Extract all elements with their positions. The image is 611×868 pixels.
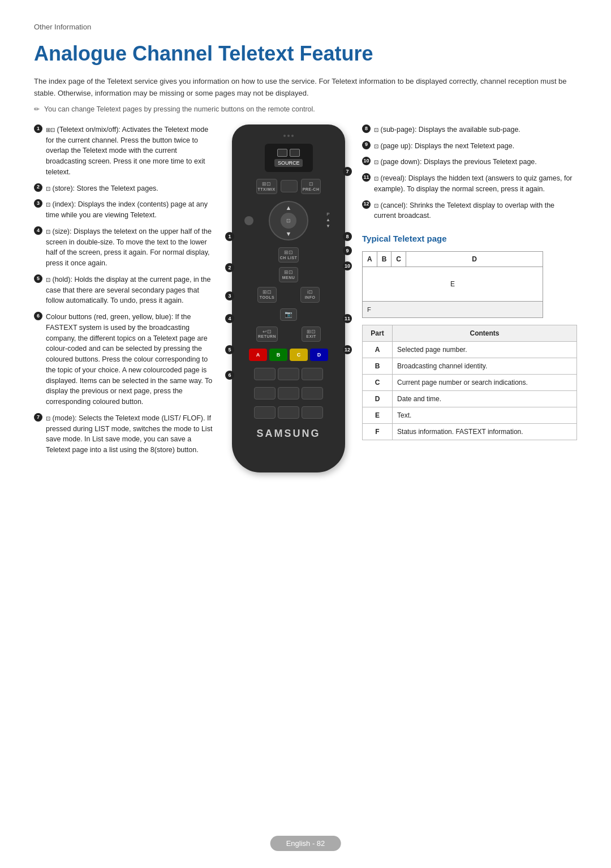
right-column: 8 ⊡ (sub-page): Displays the available s… <box>362 124 577 440</box>
table-row: C Current page number or search indicati… <box>363 375 577 391</box>
return-exit-row: ↩⊡ RETURN ⊞⊡ EXIT <box>239 326 338 342</box>
tools-label: TOOLS <box>260 295 274 300</box>
teletext-section-title: Typical Teletext page <box>362 233 577 246</box>
nav-circle[interactable]: ▲ ⊡ ▼ <box>269 201 308 240</box>
right-item-list: 8 ⊡ (sub-page): Displays the available s… <box>362 124 577 221</box>
exit-button[interactable]: ⊞⊡ EXIT <box>302 326 321 342</box>
callout-5: 5 <box>225 345 234 354</box>
item-text: Colour buttons (red, green, yellow, blue… <box>46 312 215 407</box>
return-button[interactable]: ↩⊡ RETURN <box>256 326 278 342</box>
numpad-btn[interactable] <box>254 406 276 419</box>
list-item: 1 ⊞⊡ (Teletext on/mix/off): Activates th… <box>34 124 215 178</box>
numpad-btn[interactable] <box>278 406 299 419</box>
exit-label: EXIT <box>306 334 316 339</box>
numpad-btn[interactable] <box>302 406 323 419</box>
spacer <box>280 289 297 301</box>
item-text: ⊡ (page down): Displays the previous Tel… <box>374 157 537 167</box>
numpad-btn[interactable] <box>278 387 299 399</box>
table-cell-part: A <box>363 342 393 358</box>
ch-icon: ⊡ <box>286 218 291 224</box>
photo-button[interactable]: 📷 <box>280 308 297 321</box>
item-number: 6 <box>34 312 42 320</box>
item-text: ⊡ (store): Stores the Teletext pages. <box>46 183 158 194</box>
ttxmix-icon: ⊞⊡ <box>262 181 271 187</box>
info-icon: i⊡ <box>307 289 313 295</box>
teletext-cell-d: D <box>406 252 543 267</box>
numpad-row2 <box>239 387 338 399</box>
callout-7: 7 <box>343 167 352 176</box>
color-button-d[interactable]: D <box>310 349 328 361</box>
callout-11: 11 <box>343 314 352 323</box>
callout-1: 1 <box>225 232 234 241</box>
list-item: 3 ⊡ (index): Displays the index (content… <box>34 199 215 221</box>
breadcrumb: Other Information <box>34 23 577 31</box>
color-button-b[interactable]: B <box>269 349 287 361</box>
callout-8: 8 <box>343 232 352 241</box>
ttx-prech-row: ⊞⊡ TTX/MIX ⊡ PRE-CH <box>239 179 338 194</box>
remote-control: SOURCE ⊞⊡ TTX/MIX ⊡ PRE-CH <box>232 124 345 472</box>
samsung-logo: SAMSUNG <box>256 428 320 440</box>
numpad-btn[interactable] <box>254 387 276 399</box>
item-number: 8 <box>362 124 371 133</box>
chlist-button[interactable]: ⊞⊡ CH LIST <box>278 247 299 263</box>
numpad-btn[interactable] <box>302 368 323 380</box>
item-text: ⊡ (index): Displays the index (contents)… <box>46 199 215 221</box>
note-text: You can change Teletext pages by pressin… <box>34 105 577 113</box>
info-button[interactable]: i⊡ INFO <box>300 287 320 302</box>
tools-icon: ⊞⊡ <box>263 289 272 295</box>
numpad-btn[interactable] <box>302 387 323 399</box>
chlist-label: CH LIST <box>280 256 298 260</box>
color-button-a[interactable]: A <box>249 349 267 361</box>
ttxmix-button[interactable]: ⊞⊡ TTX/MIX <box>256 179 277 194</box>
remote-screen: SOURCE <box>265 144 313 172</box>
item-text: ⊡ (mode): Selects the Teletext mode (LIS… <box>46 413 215 456</box>
table-cell-contents: Date and time. <box>393 391 577 407</box>
callout-2: 2 <box>225 263 234 272</box>
prech-button[interactable]: ⊡ PRE-CH <box>301 179 321 194</box>
teletext-footer: F <box>363 301 543 318</box>
item-number: 7 <box>34 413 42 422</box>
return-label: RETURN <box>258 334 276 339</box>
table-row: B Broadcasting channel identity. <box>363 358 577 375</box>
item-number: 2 <box>34 183 42 192</box>
teletext-e-label: E <box>450 279 455 289</box>
callout-3: 3 <box>225 291 234 300</box>
numpad-btn[interactable] <box>254 368 276 380</box>
prech-icon: ⊡ <box>309 181 313 187</box>
teletext-cell-b: B <box>377 252 392 267</box>
numpad-btn[interactable] <box>278 368 299 380</box>
nav-down[interactable]: ▼ <box>286 230 292 237</box>
list-item: 12 ⊡ (cancel): Shrinks the Teletext disp… <box>362 200 577 222</box>
list-item: 6 Colour buttons (red, green, yellow, bl… <box>34 312 215 407</box>
left-column: 1 ⊞⊡ (Teletext on/mix/off): Activates th… <box>34 124 215 461</box>
remote-speaker <box>283 135 294 137</box>
item-text: ⊡ (sub-page): Displays the available sub… <box>374 124 520 135</box>
intro-text: The index page of the Teletext service g… <box>34 76 577 100</box>
p-label: P ▲▼ <box>326 212 330 229</box>
speaker-dot <box>287 135 290 137</box>
ttxmix-label: TTX/MIX <box>258 187 276 192</box>
callout-12: 12 <box>343 345 352 354</box>
teletext-header-row: A B C D <box>363 252 543 267</box>
source-button[interactable]: SOURCE <box>274 159 303 167</box>
item-number: 12 <box>362 200 371 209</box>
chlist-icon: ⊞⊡ <box>284 250 293 256</box>
callout-10: 10 <box>343 261 352 270</box>
item-text: ⊡ (size): Displays the teletext on the u… <box>46 226 215 269</box>
callout-6: 6 <box>225 371 234 380</box>
page-wrapper: Other Information Analogue Channel Telet… <box>0 0 611 518</box>
item-text: ⊡ (page up): Displays the next Teletext … <box>374 141 514 152</box>
color-buttons-row: A B C D <box>239 349 338 361</box>
table-header-contents: Contents <box>393 325 577 342</box>
item-number: 5 <box>34 274 42 283</box>
callout-9: 9 <box>343 246 352 255</box>
page-footer: English - 82 <box>270 836 341 851</box>
nav-ok[interactable]: ⊡ <box>281 213 296 229</box>
color-button-c[interactable]: C <box>290 349 308 361</box>
screen-icon <box>290 149 300 157</box>
teletext-cell-c: C <box>391 252 406 267</box>
tools-button[interactable]: ⊞⊡ TOOLS <box>257 287 277 302</box>
nav-up[interactable]: ▲ <box>286 204 292 211</box>
menu-button[interactable]: ⊞⊡ MENU <box>279 267 298 282</box>
speaker-dot <box>283 135 286 137</box>
